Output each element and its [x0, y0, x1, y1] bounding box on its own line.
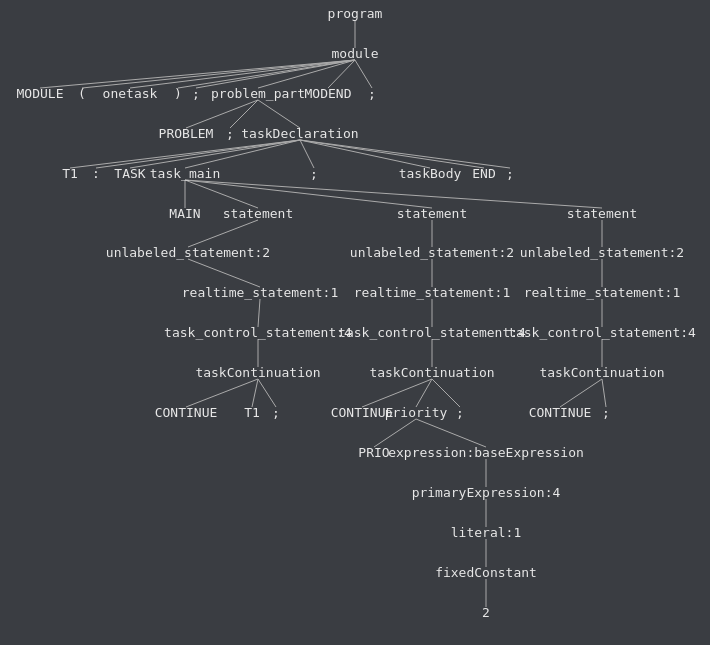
node-taskDeclaration: taskDeclaration: [241, 126, 358, 141]
svg-line-43: [602, 379, 606, 407]
node-problem_part: problem_part: [211, 86, 305, 101]
node-module: module: [332, 46, 379, 61]
svg-line-30: [258, 299, 260, 327]
node-val2: 2: [482, 605, 490, 620]
node-literal1: literal:1: [451, 525, 521, 540]
svg-line-27: [188, 259, 260, 287]
svg-line-38: [258, 379, 276, 407]
node-realtime3: realtime_statement:1: [524, 285, 681, 300]
node-priority: priority: [385, 405, 448, 420]
node-colon: :: [92, 166, 100, 181]
svg-line-37: [252, 379, 258, 407]
svg-line-3: [130, 60, 355, 88]
node-task_ctrl3: task_control_statement:4: [508, 325, 696, 340]
svg-line-39: [362, 379, 432, 407]
node-semi5: ;: [506, 166, 514, 181]
svg-line-12: [70, 140, 300, 168]
node-unlabeled3: unlabeled_statement:2: [520, 245, 684, 260]
node-taskBody: taskBody: [399, 166, 462, 181]
node-program: program: [328, 6, 383, 21]
svg-line-42: [560, 379, 602, 407]
svg-line-40: [416, 379, 432, 407]
node-PRIO: PRIO: [358, 445, 389, 460]
svg-line-36: [186, 379, 258, 407]
svg-line-8: [355, 60, 372, 88]
svg-line-24: [188, 220, 258, 247]
node-taskCont1: taskContinuation: [195, 365, 320, 380]
svg-line-45: [416, 419, 486, 447]
node-statement2: statement: [397, 206, 467, 221]
svg-line-44: [374, 419, 416, 447]
node-T1: T1: [62, 166, 78, 181]
node-END: END: [472, 166, 495, 181]
svg-line-16: [300, 140, 314, 168]
node-MAIN: MAIN: [169, 206, 200, 221]
node-semi2: ;: [368, 86, 376, 101]
node-semi7: ;: [456, 405, 464, 420]
svg-line-18: [300, 140, 484, 168]
node-task_main: task_main: [150, 166, 220, 181]
node-TASK: TASK: [114, 166, 145, 181]
node-realtime1: realtime_statement:1: [182, 285, 339, 300]
svg-line-19: [300, 140, 510, 168]
node-unlabeled2: unlabeled_statement:2: [350, 245, 514, 260]
svg-line-11: [258, 100, 300, 128]
node-MODEND: MODEND: [305, 86, 352, 101]
node-task_ctrl1: task_control_statement:4: [164, 325, 352, 340]
svg-line-14: [130, 140, 300, 168]
node-MODULE: MODULE: [17, 86, 64, 101]
node-CONTINUE1: CONTINUE: [155, 405, 218, 420]
tree-container: programmoduleMODULE(onetask);problem_par…: [0, 0, 710, 645]
node-unlabeled1: unlabeled_statement:2: [106, 245, 270, 260]
svg-line-15: [185, 140, 300, 168]
node-taskCont3: taskContinuation: [539, 365, 664, 380]
node-statement1: statement: [223, 206, 293, 221]
node-T1_2: T1: [244, 405, 260, 420]
node-CONTINUE3: CONTINUE: [529, 405, 592, 420]
svg-line-17: [300, 140, 430, 168]
svg-line-10: [230, 100, 258, 128]
svg-line-9: [186, 100, 258, 128]
svg-line-41: [432, 379, 460, 407]
node-PROBLEM: PROBLEM: [159, 126, 214, 141]
node-onetask: onetask: [103, 86, 158, 101]
node-semi1: ;: [192, 86, 200, 101]
node-semi3: ;: [226, 126, 234, 141]
node-primaryExpr: primaryExpression:4: [412, 485, 561, 500]
node-lparen: (: [78, 86, 86, 101]
node-semi6: ;: [272, 405, 280, 420]
node-realtime2: realtime_statement:1: [354, 285, 511, 300]
node-fixedConstant: fixedConstant: [435, 565, 537, 580]
node-task_ctrl2: task_control_statement:4: [338, 325, 526, 340]
node-semi4: ;: [310, 166, 318, 181]
node-rparen: ): [174, 86, 182, 101]
node-expr_base: expression:baseExpression: [388, 445, 584, 460]
svg-line-13: [96, 140, 300, 168]
node-statement3: statement: [567, 206, 637, 221]
node-taskCont2: taskContinuation: [369, 365, 494, 380]
node-semi8: ;: [602, 405, 610, 420]
